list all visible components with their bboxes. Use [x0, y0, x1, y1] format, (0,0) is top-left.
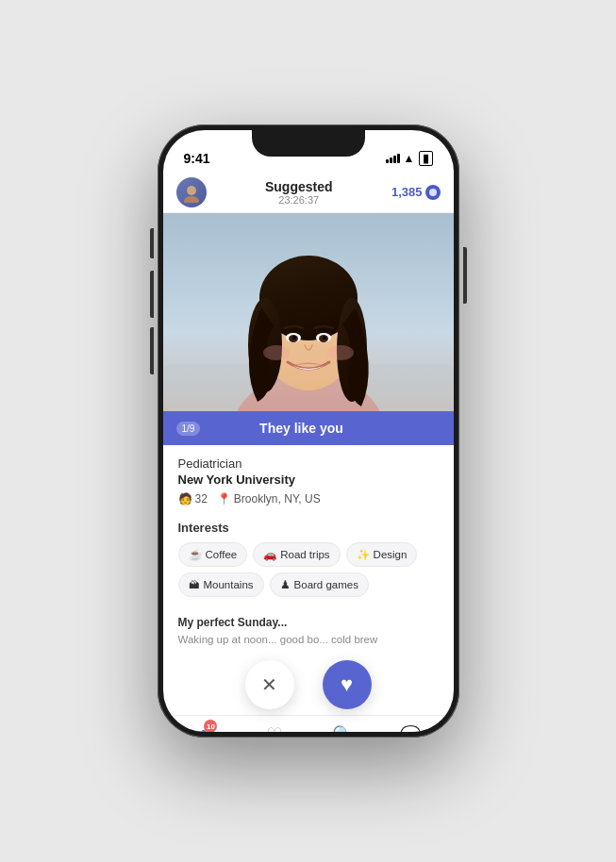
interests-label: Interests [178, 521, 439, 535]
status-icons: ▲ ▮ [386, 151, 433, 166]
profile-job: Pediatrician [178, 456, 439, 471]
wifi-icon: ▲ [404, 152, 415, 165]
bio-text: Waking up at noon... good bo... cold bre… [178, 632, 439, 647]
volume-down-button [150, 327, 154, 374]
coffee-label: Coffee [206, 549, 238, 560]
tab-likes-you[interactable]: ♡ Likes You [251, 723, 298, 732]
tab-suggested[interactable]: ♥ 10 Suggested [183, 723, 230, 732]
tab-chats[interactable]: 💬 Chats [387, 724, 434, 732]
tab-discover-icon-wrap: 🔍 [332, 724, 353, 732]
header-title: Suggested [265, 179, 333, 194]
heart-icon: ♥ [341, 672, 353, 697]
discover-search-icon: 🔍 [332, 725, 353, 732]
user-avatar[interactable] [176, 177, 207, 207]
like-badge: 1/9 [176, 422, 201, 436]
bio-title: My perfect Sunday... [178, 616, 439, 629]
volume-up-button [150, 271, 154, 318]
age-value: 32 [195, 492, 208, 506]
board-games-label: Board games [294, 579, 358, 590]
svg-point-15 [292, 336, 296, 340]
svg-point-1 [184, 196, 199, 203]
design-label: Design [374, 549, 408, 560]
age-detail: 🧑 32 [178, 492, 208, 506]
tab-chats-icon-wrap: 💬 [400, 724, 421, 732]
coins-display[interactable]: 1,385 [391, 185, 441, 200]
pass-button[interactable]: ✕ [245, 660, 294, 709]
pass-icon: ✕ [261, 673, 277, 696]
location-icon: 📍 [217, 492, 231, 506]
signal-icon [386, 154, 400, 163]
chats-bubble-icon: 💬 [400, 725, 421, 732]
power-button [463, 247, 467, 304]
like-banner: 1/9 They like you [163, 411, 454, 445]
mountain-icon: 🏔 [189, 579, 200, 590]
sparkle-icon: ✨ [357, 548, 370, 561]
profile-details: 🧑 32 📍 Brooklyn, NY, US [178, 492, 439, 506]
profile-photo-image [163, 213, 454, 411]
person-icon: 🧑 [178, 492, 192, 506]
svg-point-16 [323, 336, 326, 340]
svg-point-17 [263, 345, 290, 360]
interests-row-2: 🏔 Mountains ♟ Board games [178, 572, 439, 597]
tab-suggested-icon-wrap: ♥ 10 [201, 723, 212, 732]
phone-frame: 9:41 ▲ ▮ Suggested [158, 124, 459, 738]
bio-action-area: My perfect Sunday... Waking up at noon..… [163, 610, 454, 715]
interest-road-trips: 🚗 Road trips [253, 542, 340, 567]
action-buttons: ✕ ♥ [163, 655, 454, 715]
interest-mountains: 🏔 Mountains [178, 572, 264, 597]
app-header: Suggested 23:26:37 1,385 [163, 172, 454, 213]
likes-heart-icon: ♡ [266, 724, 283, 732]
interest-design: ✨ Design [346, 542, 418, 567]
coffee-icon: ☕ [189, 548, 202, 561]
coins-amount: 1,385 [391, 185, 423, 199]
header-timer: 23:26:37 [265, 194, 333, 206]
car-icon: 🚗 [263, 548, 276, 561]
notch [252, 130, 365, 157]
tab-bar: ♥ 10 Suggested ♡ Likes You 🔍 Discover � [163, 715, 454, 732]
interests-section: Interests ☕ Coffee 🚗 Road trips ✨ Design… [163, 513, 454, 610]
interest-board-games: ♟ Board games [270, 572, 369, 597]
bio-snippet: My perfect Sunday... Waking up at noon..… [163, 610, 454, 655]
phone-screen: 9:41 ▲ ▮ Suggested [163, 130, 454, 732]
suggested-badge: 10 [204, 720, 217, 732]
chess-icon: ♟ [280, 578, 291, 591]
profile-photo[interactable] [163, 213, 454, 411]
battery-icon: ▮ [419, 151, 433, 166]
mountains-label: Mountains [204, 579, 254, 590]
coin-icon [425, 185, 441, 200]
profile-school: New York University [178, 472, 439, 487]
tab-likes-icon-wrap: ♡ [266, 723, 283, 732]
interests-row-1: ☕ Coffee 🚗 Road trips ✨ Design [178, 542, 439, 567]
location-value: Brooklyn, NY, US [234, 492, 321, 506]
profile-info: Pediatrician New York University 🧑 32 📍 … [163, 445, 454, 513]
svg-point-0 [187, 186, 196, 195]
status-time: 9:41 [184, 151, 210, 166]
like-button[interactable]: ♥ [323, 660, 372, 709]
tab-discover[interactable]: 🔍 Discover [319, 724, 366, 732]
svg-point-18 [327, 345, 354, 360]
like-text: They like you [259, 421, 343, 436]
header-center: Suggested 23:26:37 [265, 179, 333, 206]
avatar-image [181, 182, 202, 203]
silent-button [150, 228, 154, 258]
road-trips-label: Road trips [280, 549, 329, 560]
svg-point-2 [429, 189, 437, 196]
location-detail: 📍 Brooklyn, NY, US [217, 492, 321, 506]
interest-coffee: ☕ Coffee [178, 542, 248, 567]
